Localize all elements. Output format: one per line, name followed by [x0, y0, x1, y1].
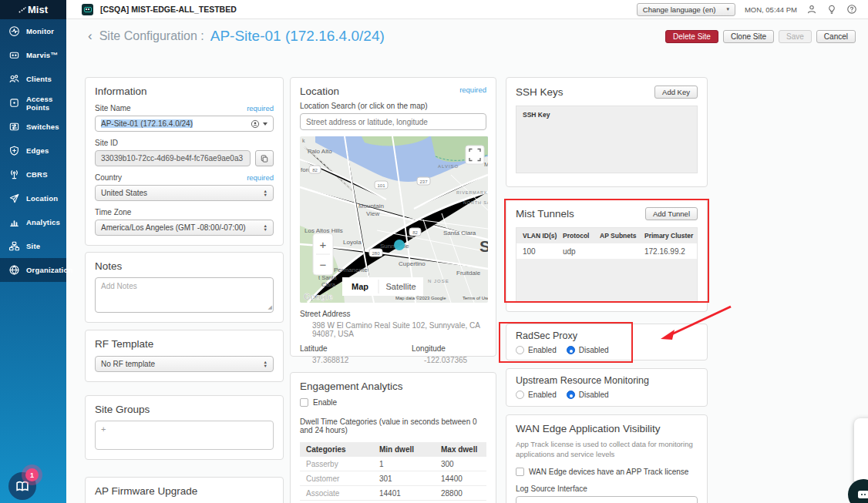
marvis-chat-button[interactable]	[848, 479, 868, 503]
table-row[interactable]: Passerby1300	[300, 457, 486, 471]
svg-text:101: 101	[377, 183, 385, 188]
location-search-label: Location Search (or click on the map)	[300, 102, 486, 110]
map-button: Map	[352, 282, 368, 291]
engagement-title: Engagement Analytics	[300, 381, 486, 392]
upstream-disabled-radio[interactable]	[567, 391, 575, 399]
sidebar-item-label: Organization	[26, 266, 72, 274]
cancel-button[interactable]: Cancel	[816, 30, 856, 43]
table-row[interactable]: 100udp172.16.99.2	[516, 243, 697, 259]
sidebar-item-edges[interactable]: Edges	[0, 139, 66, 163]
page-header: ‹ Site Configuration : AP-Site-01 (172.1…	[66, 20, 868, 52]
org-name[interactable]: [CSQA] MIST-EDGE-ALL_TESTBED	[100, 5, 237, 14]
table-row[interactable]: Customer30114400	[300, 471, 486, 486]
rf-template-card: RF Template No RF template ▲▼	[85, 330, 284, 382]
location-search-input[interactable]	[300, 113, 486, 130]
org-marvis-icon[interactable]	[82, 4, 93, 15]
required-badge: required	[247, 104, 274, 112]
sidebar-item-analytics[interactable]: Analytics	[0, 210, 66, 234]
person-circle-icon	[251, 119, 260, 129]
upstream-enabled-radio[interactable]	[516, 391, 524, 399]
sidebar-item-switches[interactable]: Switches	[0, 115, 66, 139]
site-groups-card: Site Groups +	[85, 395, 284, 460]
notes-textarea[interactable]	[95, 277, 274, 313]
sidebar-item-organization[interactable]: Organization	[0, 258, 66, 282]
svg-text:Clara: Clara	[321, 281, 336, 288]
whats-new-button[interactable]	[826, 4, 837, 15]
tunnels-empty-area	[516, 259, 697, 301]
country-select[interactable]: United States ▲▼	[95, 185, 274, 201]
ap-firmware-card: AP Firmware Upgrade Enable Auto Update U…	[85, 477, 284, 503]
marvis-robot-icon	[858, 491, 868, 498]
add-tunnel-button[interactable]: Add Tunnel	[645, 207, 698, 220]
upstream-title: Upstream Resource Monitoring	[516, 375, 698, 386]
back-chevron-icon[interactable]: ‹	[88, 29, 93, 44]
table-row[interactable]: Associate1440128800	[300, 486, 486, 501]
sidebar-item-marvis[interactable]: Marvis™	[0, 43, 66, 67]
mist-logo[interactable]: Mist	[0, 0, 66, 19]
sidebar-item-location[interactable]: Location	[0, 186, 66, 210]
clients-icon	[8, 73, 20, 85]
radsec-disabled-radio[interactable]	[567, 346, 575, 354]
upstream-monitoring-card: Upstream Resource Monitoring Enabled Dis…	[506, 368, 708, 407]
account-button[interactable]	[806, 4, 817, 15]
sidebar-item-access-points[interactable]: Access Points	[0, 91, 66, 115]
notification-badge[interactable]: 1	[25, 468, 39, 481]
wan-edge-description: App Track license is used to collect dat…	[516, 440, 698, 460]
app-track-license-label: WAN Edge devices have an APP Track licen…	[529, 468, 688, 476]
add-group-icon[interactable]: +	[101, 424, 106, 434]
rf-template-title: RF Template	[95, 338, 274, 350]
app-track-license-checkbox[interactable]	[516, 468, 524, 476]
sidebar-item-cbrs[interactable]: CBRS	[0, 163, 66, 186]
site-name-input[interactable]: AP-Site-01 (172.16.4.0/24)	[95, 116, 274, 132]
svg-text:82: 82	[412, 230, 418, 235]
ap-firmware-title: AP Firmware Upgrade	[95, 485, 274, 497]
left-column: Information Site Name required AP-Site-0…	[85, 77, 284, 503]
map[interactable]: k Palo Alto ford ALVISO M RIVERMARK NORT…	[300, 136, 486, 303]
change-language-button[interactable]: Change language (en) ▾	[637, 3, 735, 16]
sidebar-nav: Monitor Marvis™ Clients Access Points Sw…	[0, 19, 66, 282]
location-card: Location required Location Search (or cl…	[290, 77, 496, 357]
zoom-in-button: +	[320, 238, 327, 251]
access-points-icon	[8, 97, 20, 109]
copy-icon	[260, 154, 269, 163]
svg-text:k: k	[302, 138, 305, 143]
mist-logo-dots-icon	[19, 7, 26, 13]
help-button[interactable]	[846, 4, 857, 15]
site-groups-input[interactable]: +	[95, 421, 274, 450]
sidebar-item-label: Location	[26, 194, 58, 203]
sidebar-item-site[interactable]: Site	[0, 234, 66, 258]
notes-card: Notes ◢	[85, 252, 284, 323]
open-book-icon	[15, 478, 30, 494]
sidebar-item-label: Site	[26, 242, 40, 250]
sidebar-item-monitor[interactable]: Monitor	[0, 19, 66, 43]
timezone-select[interactable]: America/Los Angeles (GMT -08:00/-07:00) …	[95, 220, 274, 236]
information-title: Information	[95, 86, 274, 97]
copy-site-id-button[interactable]	[255, 150, 274, 166]
sidebar-item-label: Analytics	[26, 218, 60, 226]
svg-text:Fruitdale: Fruitdale	[456, 270, 481, 277]
site-configuration-page: Mist Monitor Marvis™ Clients Access Poin…	[0, 0, 868, 503]
site-name-label: Site Name required	[95, 104, 274, 112]
sidebar-item-label: Access Points	[26, 95, 66, 112]
map-type-toggle: Map Satellite	[342, 277, 423, 296]
upstream-enabled-label: Enabled	[528, 391, 557, 399]
delete-site-button[interactable]: Delete Site	[665, 30, 718, 43]
sidebar-item-clients[interactable]: Clients	[0, 67, 66, 91]
log-source-interface-input[interactable]	[516, 496, 698, 503]
svg-text:M: M	[484, 161, 488, 168]
rf-template-select[interactable]: No RF template ▲▼	[95, 356, 274, 372]
svg-text:View: View	[366, 210, 379, 217]
mist-tunnels-title: Mist Tunnels	[516, 208, 574, 220]
save-button[interactable]: Save	[779, 30, 812, 43]
breadcrumb[interactable]: Site Configuration :	[99, 29, 204, 43]
select-arrows-icon: ▲▼	[264, 360, 267, 367]
zoom-out-button: −	[320, 258, 327, 271]
site-name-owner-icon[interactable]	[251, 119, 267, 129]
clone-site-button[interactable]: Clone Site	[723, 30, 774, 43]
radsec-enabled-radio[interactable]	[516, 346, 524, 354]
add-key-button[interactable]: Add Key	[654, 86, 698, 99]
engagement-enable-checkbox[interactable]	[300, 398, 308, 407]
resize-handle-icon[interactable]: ◢	[268, 304, 272, 310]
svg-text:ALVISO: ALVISO	[438, 164, 459, 169]
sidebar-item-label: Marvis™	[26, 51, 58, 59]
